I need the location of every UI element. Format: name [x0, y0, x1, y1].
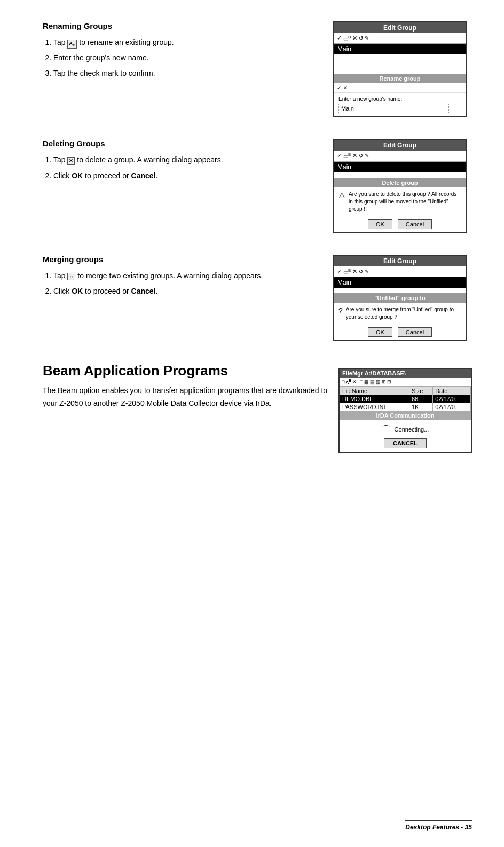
toolbar-rect-icon[interactable]: ▭B [343, 152, 351, 159]
filemgr-toolbar: □ AB ✕ : □ ▦ ▤ ▧ ⊞ ⊟ [340, 378, 471, 387]
tb-icon-sq6[interactable]: ⊟ [387, 379, 391, 385]
renaming-groups-heading: Renaming Groups [43, 21, 322, 30]
merging-groups-section: Merging groups Tap ↔ to merge two existi… [43, 255, 472, 341]
merge-dialog: Edit Group ✓ ▭B ✕ ↺ ✎ Main "Unfiled" gro… [333, 255, 467, 341]
page: Renaming Groups Tap AB to rename an exis… [0, 0, 504, 847]
rename-section-bar: Rename group [334, 74, 466, 83]
irda-bar: IrDA Communication [340, 411, 471, 420]
delete-icon: ✕ [67, 157, 75, 165]
dialog-toolbar: ✓ ▭B ✕ ↺ ✎ [334, 266, 466, 277]
ok-button[interactable]: OK [368, 327, 392, 337]
step-item: Tap AB to rename an existing group. [53, 36, 322, 49]
check-icon[interactable]: ✓ [337, 85, 341, 91]
dialog-toolbar: ✓ ▭B ✕ ↺ ✎ [334, 33, 466, 44]
rename-check-row: ✓ ✕ [334, 83, 466, 93]
step-item: Click OK to proceed or Cancel. [53, 169, 322, 183]
toolbar-cross-icon[interactable]: ✕ [352, 152, 357, 159]
dialog-title: Edit Group [334, 140, 466, 151]
dialog-spacer [334, 288, 466, 293]
merge-icon: ↔ [67, 273, 75, 281]
step-item: Tap ↔ to merge two existing groups. A wa… [53, 269, 322, 283]
dialog-list-item[interactable]: Main [334, 162, 466, 172]
beam-screenshot: FileMgr A:\DATABASE\ □ AB ✕ : □ ▦ ▤ ▧ ⊞ … [338, 368, 472, 453]
table-row[interactable]: DEMO.DBF 66 02/17/0. [340, 395, 471, 403]
dialog-spacer [334, 54, 466, 74]
beam-row: Beam Application Programs The Beam optio… [43, 363, 472, 453]
beam-body-text: The Beam option enables you to transfer … [43, 385, 328, 410]
input-label: Enter a new group's name: [338, 96, 461, 102]
toolbar-check-icon[interactable]: ✓ [337, 268, 342, 275]
renaming-groups-steps: Tap AB to rename an existing group. Ente… [53, 36, 322, 81]
dialog-list-item[interactable]: Main [334, 44, 466, 54]
tb-icon-1[interactable]: □ [342, 379, 344, 385]
table-row[interactable]: PASSWORD.INI 1K 02/17/0. [340, 403, 471, 411]
dialog-spacer [334, 172, 466, 178]
warning-icon: ⚠ [338, 191, 345, 201]
connecting-text: Connecting... [395, 426, 429, 433]
merging-groups-text: Merging groups Tap ↔ to merge two existi… [43, 255, 333, 300]
cancel-button[interactable]: Cancel [398, 219, 432, 229]
tb-icon-sq1[interactable]: □ [360, 379, 363, 385]
deleting-groups-steps: Tap ✕ to delete a group. A warning dialo… [53, 153, 322, 182]
beam-text-block: Beam Application Programs The Beam optio… [43, 363, 328, 410]
tb-icon-sq4[interactable]: ▧ [376, 379, 381, 385]
ok-button[interactable]: OK [368, 219, 392, 229]
dialog-list-item[interactable]: Main [334, 277, 466, 288]
cell-date: 02/17/0. [433, 403, 471, 411]
toolbar-rotate-icon[interactable]: ↺ [359, 153, 363, 159]
filemgr-title: FileMgr A:\DATABASE\ [340, 369, 471, 378]
step-item: Enter the group's new name. [53, 51, 322, 65]
toolbar-cross-icon[interactable]: ✕ [352, 35, 357, 42]
page-footer: Desktop Features - 35 [405, 820, 472, 831]
merging-groups-heading: Merging groups [43, 255, 322, 264]
cell-filename: PASSWORD.INI [340, 403, 410, 411]
connecting-row: ⌒ Connecting... [382, 424, 429, 435]
toolbar-pen-icon[interactable]: ✎ [365, 269, 369, 275]
merging-groups-screenshot: Edit Group ✓ ▭B ✕ ↺ ✎ Main "Unfiled" gro… [333, 255, 472, 341]
toolbar-pen-icon[interactable]: ✎ [365, 153, 369, 159]
filemgr-table: FileName Size Date DEMO.DBF 66 02/17/0. [340, 387, 471, 411]
connect-icon: ⌒ [382, 424, 390, 435]
renaming-groups-section: Renaming Groups Tap AB to rename an exis… [43, 21, 472, 117]
step-item: Click OK to proceed or Cancel. [53, 285, 322, 298]
cell-date: 02/17/0. [433, 395, 471, 403]
toolbar-rect-icon[interactable]: ▭B [343, 35, 351, 42]
renaming-groups-text: Renaming Groups Tap AB to rename an exis… [43, 21, 333, 83]
group-name-input[interactable]: Main [338, 104, 449, 113]
deleting-groups-section: Deleting Groups Tap ✕ to delete a group.… [43, 139, 472, 233]
delete-section-bar: Delete group [334, 178, 466, 187]
tb-icon-sq5[interactable]: ⊞ [382, 379, 386, 385]
deleting-groups-screenshot: Edit Group ✓ ▭B ✕ ↺ ✎ Main Delete group … [333, 139, 472, 233]
merging-groups-steps: Tap ↔ to merge two existing groups. A wa… [53, 269, 322, 298]
col-size: Size [409, 387, 432, 395]
tb-icon-colon[interactable]: : [358, 379, 359, 385]
deleting-groups-heading: Deleting Groups [43, 139, 322, 148]
toolbar-pen-icon[interactable]: ✎ [365, 35, 369, 41]
filemgr-dialog: FileMgr A:\DATABASE\ □ AB ✕ : □ ▦ ▤ ▧ ⊞ … [338, 368, 472, 453]
cell-size: 1K [409, 403, 432, 411]
delete-warning-row: ⚠ Are you sure to delete this group ? Al… [334, 187, 466, 216]
cross-icon[interactable]: ✕ [343, 85, 348, 91]
toolbar-rect-icon[interactable]: ▭B [343, 268, 351, 275]
cancel-button[interactable]: Cancel [398, 327, 432, 337]
merge-warning-row: ? Are you sure to merge from "Unfiled" g… [334, 303, 466, 324]
toolbar-check-icon[interactable]: ✓ [337, 35, 342, 42]
dialog-title: Edit Group [334, 256, 466, 266]
toolbar-rotate-icon[interactable]: ↺ [359, 35, 363, 41]
dialog-title: Edit Group [334, 22, 466, 33]
question-icon: ? [338, 306, 343, 317]
deleting-groups-text: Deleting Groups Tap ✕ to delete a group.… [43, 139, 333, 184]
toolbar-rotate-icon[interactable]: ↺ [359, 269, 363, 275]
cancel-button[interactable]: CANCEL [384, 438, 427, 448]
tb-icon-sq2[interactable]: ▦ [364, 379, 369, 385]
col-filename: FileName [340, 387, 410, 395]
rename-dialog: Edit Group ✓ ▭B ✕ ↺ ✎ Main Rename group … [333, 21, 467, 117]
filemgr-body: ⌒ Connecting... CANCEL [340, 420, 471, 452]
toolbar-check-icon[interactable]: ✓ [337, 152, 342, 159]
tb-icon-ab[interactable]: AB [345, 379, 351, 385]
delete-btn-row: OK Cancel [334, 216, 466, 232]
tb-icon-x[interactable]: ✕ [352, 379, 357, 385]
tb-icon-sq3[interactable]: ▤ [370, 379, 375, 385]
toolbar-cross-icon[interactable]: ✕ [352, 268, 357, 275]
col-date: Date [433, 387, 471, 395]
